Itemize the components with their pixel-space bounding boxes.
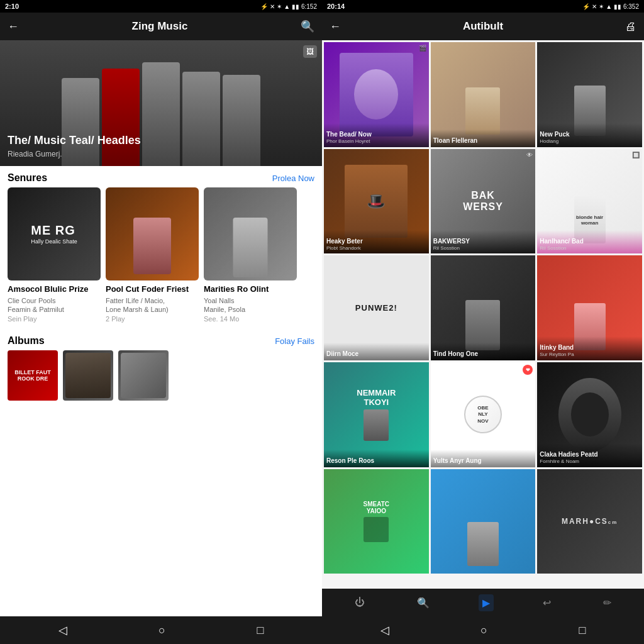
- left-bottom-nav: ◁ ○ □: [0, 616, 322, 644]
- grid-label-1: The Bead/ Now Phor Basein Hoyret: [324, 123, 429, 147]
- rbn-play[interactable]: ▶: [479, 594, 494, 611]
- right-panel: 20:14 ⚡ ✕ ✶ ▲ ▮▮ 6:352 ← Autibult 🖨: [322, 0, 644, 644]
- feature-thumb-3: [204, 187, 297, 280]
- feature-thumb-2: [106, 187, 199, 280]
- left-status-bar: 2:10 ⚡ ✕ ✶ ▲ ▮▮ 6:152: [0, 0, 322, 13]
- grid-img-15: MARH●CScm: [537, 469, 642, 574]
- rbn-edit[interactable]: ✏: [599, 594, 615, 611]
- right-nav-back[interactable]: ◁: [375, 621, 394, 640]
- grid-item-10[interactable]: NEMMAIR TKOYI Reson Ple Roos: [324, 362, 429, 467]
- albums-row: BILLET FAUT ROOK DRE: [0, 350, 322, 401]
- right-nav-home[interactable]: ○: [475, 621, 492, 640]
- right-action-icon[interactable]: 🖨: [625, 20, 636, 33]
- hero-subtitle: Rieadia Gumerj.: [8, 150, 141, 158]
- hero-text: The/ Music Teal/ Headles Rieadia Gumerj.: [8, 134, 141, 158]
- grid-item-13[interactable]: SMEATC YAIOO: [324, 469, 429, 574]
- feature-card-3[interactable]: Marities Ro Olint Yoal NallsManile, Psol…: [204, 187, 297, 323]
- albums-section: Albums Folay Fails BILLET FAUT ROOK DRE: [0, 329, 322, 406]
- right-page-title: Autibult: [463, 20, 503, 33]
- right-status-bar: 20:14 ⚡ ✕ ✶ ▲ ▮▮ 6:352: [322, 0, 644, 13]
- features-section-header: Senures Prolea Now: [0, 166, 322, 187]
- right-nav-bar: ← Autibult 🖨: [322, 13, 644, 40]
- grid-label-8: Tind Hong One: [431, 343, 536, 360]
- album-item-2[interactable]: [63, 350, 113, 401]
- grid-item-6[interactable]: blonde hair woman Hanlhanc/ Bad Ril Soss…: [537, 149, 642, 254]
- grid-item-8[interactable]: Tind Hong One: [431, 255, 536, 360]
- grid-item-4[interactable]: 🎩 Heaky Beter Plobt Shandork: [324, 149, 429, 254]
- person-figure: [142, 62, 180, 166]
- grid-item-14[interactable]: [431, 469, 536, 574]
- feature-card-1[interactable]: ME RG Hally Dealic Shate Amsocol Blulic …: [8, 187, 101, 323]
- grid-item-3[interactable]: New Puck Hodlang: [537, 42, 642, 147]
- feature-plays-1: Sein Play: [8, 315, 101, 323]
- hero-icon: 🖼: [303, 45, 317, 58]
- feature-meta-2: Fatter ILife / Macio,Lone Marsh & Laun): [106, 296, 199, 314]
- albums-section-title: Albums: [8, 335, 45, 347]
- features-section-link[interactable]: Prolea Now: [272, 174, 314, 183]
- grid-label-12: Claka Hadies Peatd Fornhlire & Noam: [537, 443, 642, 467]
- feature-plays-3: See. 14 Mo: [204, 315, 297, 323]
- grid-label-9: Itinky Band Sur Reytton Pa: [537, 336, 642, 360]
- grid-item-12[interactable]: Claka Hadies Peatd Fornhlire & Noam: [537, 362, 642, 467]
- right-grid-scroll: The Bead/ Now Phor Basein Hoyret 🎬 Tloan…: [322, 40, 644, 589]
- feature-name-3: Marities Ro Olint: [204, 284, 297, 295]
- content-grid: The Bead/ Now Phor Basein Hoyret 🎬 Tloan…: [322, 40, 644, 575]
- person-figure: [223, 75, 260, 166]
- right-android-nav: ◁ ○ □: [322, 616, 644, 644]
- left-nav-recent[interactable]: □: [252, 621, 269, 640]
- left-status-icons: ⚡ ✕ ✶ ▲ ▮▮ 6:152: [260, 3, 317, 10]
- grid-label-7: Diirn Moce: [324, 343, 429, 360]
- right-nav-recent[interactable]: □: [574, 621, 591, 640]
- left-nav-home[interactable]: ○: [153, 621, 170, 640]
- grid-img-14: [431, 469, 536, 574]
- feature-card-2[interactable]: Pool Cut Foder Friest Fatter ILife / Mac…: [106, 187, 199, 323]
- right-status-icons: ⚡ ✕ ✶ ▲ ▮▮ 6:352: [582, 3, 639, 10]
- hero-banner[interactable]: The/ Music Teal/ Headles Rieadia Gumerj.…: [0, 40, 322, 166]
- right-time: 20:14: [327, 3, 345, 10]
- left-nav-bar: ← Zing Music 🔍: [0, 13, 322, 40]
- rbn-search[interactable]: 🔍: [413, 594, 433, 611]
- person-figure: [182, 72, 220, 166]
- grid-item-7[interactable]: PUNWE2! Diirn Moce: [324, 255, 429, 360]
- left-page-title: Zing Music: [132, 20, 188, 33]
- feature-plays-2: 2 Play: [106, 315, 199, 323]
- feature-img-2: [106, 187, 199, 280]
- grid-label-3: New Puck Hodlang: [537, 123, 642, 147]
- grid-item-5[interactable]: BAKWERSY BAKWERSY Ril Sosstion 👁: [431, 149, 536, 254]
- grid-label-4: Heaky Beter Plobt Shandork: [324, 230, 429, 254]
- rbn-power[interactable]: ⏻: [351, 594, 369, 611]
- left-nav-back[interactable]: ◁: [53, 621, 72, 640]
- right-bottom-nav: ⏻ 🔍 ▶ ↩ ✏: [322, 589, 644, 616]
- feature-name-1: Amsocol Blulic Prize: [8, 284, 101, 295]
- left-search-button[interactable]: 🔍: [301, 19, 314, 33]
- feature-meta-1: Clie Cour PoolsFeamin & Patmilut: [8, 296, 101, 314]
- left-back-button[interactable]: ←: [8, 20, 19, 33]
- feature-thumb-1: ME RG Hally Dealic Shate: [8, 187, 101, 280]
- grid-item-2[interactable]: Tloan Flelleran: [431, 42, 536, 147]
- rbn-back[interactable]: ↩: [539, 594, 555, 611]
- grid-icon-5: 👁: [526, 152, 533, 158]
- feature-meta-3: Yoal NallsManile, Psola: [204, 296, 297, 314]
- grid-label-11: Yults Anyr Aung: [431, 450, 536, 467]
- grid-item-9[interactable]: Itinky Band Sur Reytton Pa: [537, 255, 642, 360]
- feature-name-2: Pool Cut Foder Friest: [106, 284, 199, 295]
- album-item-3[interactable]: [118, 350, 169, 401]
- album-item-1[interactable]: BILLET FAUT ROOK DRE: [8, 350, 58, 401]
- grid-label-10: Reson Ple Roos: [324, 450, 429, 467]
- right-back-button[interactable]: ←: [330, 20, 341, 33]
- grid-img-13: SMEATC YAIOO: [324, 469, 429, 574]
- albums-section-header: Albums Folay Fails: [0, 329, 322, 350]
- hero-title: The/ Music Teal/ Headles: [8, 134, 141, 148]
- left-panel: 2:10 ⚡ ✕ ✶ ▲ ▮▮ 6:152 ← Zing Music 🔍 The…: [0, 0, 322, 644]
- grid-item-11[interactable]: OBENLYNOV ❤ Yults Anyr Aung: [431, 362, 536, 467]
- feature-img-3: [204, 187, 297, 280]
- albums-section-link[interactable]: Folay Fails: [275, 336, 314, 346]
- features-section-title: Senures: [8, 172, 47, 184]
- grid-item-1[interactable]: The Bead/ Now Phor Basein Hoyret 🎬: [324, 42, 429, 147]
- feature-img-1: ME RG Hally Dealic Shate: [8, 187, 101, 280]
- grid-icon-1: 🎬: [419, 45, 426, 52]
- grid-icon-6: 🔲: [632, 152, 640, 158]
- grid-label-5: BAKWERSY Ril Sosstion: [431, 230, 536, 254]
- features-row: ME RG Hally Dealic Shate Amsocol Blulic …: [0, 187, 322, 329]
- grid-item-15[interactable]: MARH●CScm: [537, 469, 642, 574]
